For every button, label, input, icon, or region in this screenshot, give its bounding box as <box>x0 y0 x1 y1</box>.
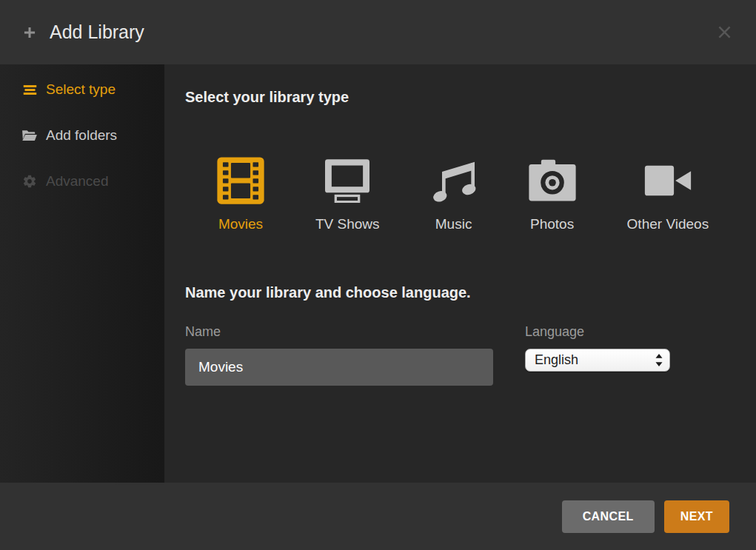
cancel-button[interactable]: CANCEL <box>562 500 655 533</box>
music-note-icon <box>430 156 478 205</box>
steps-sidebar: Select type Add folders Advanced <box>0 64 164 483</box>
library-name-input[interactable] <box>185 349 493 386</box>
camera-icon <box>528 156 577 205</box>
sidebar-item-add-folders[interactable]: Add folders <box>0 113 164 158</box>
language-field-group: Language English <box>525 322 670 386</box>
library-type-label: TV Shows <box>315 215 380 234</box>
type-section-title: Select your library type <box>185 87 735 107</box>
library-type-music[interactable]: Music <box>430 156 478 234</box>
next-button[interactable]: NEXT <box>664 500 729 533</box>
dialog-title: Add Library <box>50 21 144 43</box>
sidebar-item-label: Advanced <box>46 173 109 190</box>
language-select[interactable]: English <box>525 349 670 372</box>
sidebar-item-select-type[interactable]: Select type <box>0 67 164 113</box>
tv-icon <box>323 156 372 205</box>
library-type-photos[interactable]: Photos <box>528 156 577 234</box>
library-type-tv-shows[interactable]: TV Shows <box>315 156 380 234</box>
language-select-value: English <box>535 352 578 368</box>
sidebar-item-label: Select type <box>46 81 116 98</box>
film-strip-icon <box>216 156 265 205</box>
add-library-dialog: Add Library Select type <box>0 0 756 550</box>
close-icon[interactable] <box>715 23 734 42</box>
sidebar-item-advanced: Advanced <box>0 158 164 204</box>
library-type-label: Other Videos <box>627 215 709 234</box>
name-field-label: Name <box>185 322 493 341</box>
select-stepper-arrows-icon <box>655 354 663 366</box>
library-type-label: Photos <box>530 215 574 234</box>
library-type-label: Music <box>435 215 472 234</box>
library-type-picker: Movies TV Shows <box>216 156 735 234</box>
name-section-title: Name your library and choose language. <box>185 283 735 303</box>
library-type-label: Movies <box>218 215 263 234</box>
dialog-body: Select type Add folders Advanced <box>0 64 756 483</box>
list-lines-icon <box>21 81 38 98</box>
library-type-movies[interactable]: Movies <box>216 156 265 234</box>
plus-icon <box>22 25 37 40</box>
language-field-label: Language <box>525 322 670 341</box>
dialog-header: Add Library <box>0 0 756 64</box>
name-language-form: Name Language English <box>185 322 735 386</box>
video-camera-icon <box>643 156 692 205</box>
dialog-footer: CANCEL NEXT <box>0 483 756 550</box>
main-content: Select your library type <box>164 64 756 483</box>
library-type-other-videos[interactable]: Other Videos <box>627 156 709 234</box>
name-field-group: Name <box>185 322 493 386</box>
open-folder-icon <box>21 127 38 144</box>
sidebar-item-label: Add folders <box>46 127 117 144</box>
gear-icon <box>21 173 38 190</box>
